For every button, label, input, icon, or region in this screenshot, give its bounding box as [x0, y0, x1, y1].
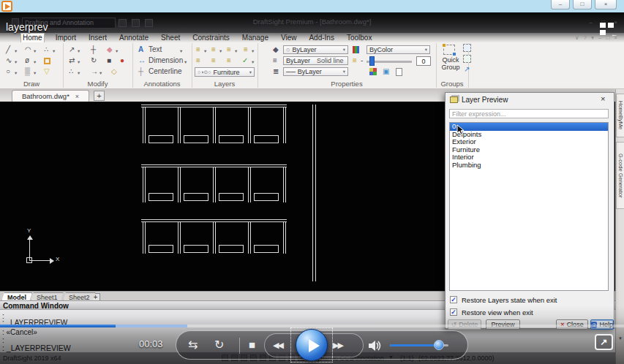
- layer-list-item-plumbing[interactable]: Plumbing: [450, 162, 608, 170]
- document-tab[interactable]: Bathroom.dwg* ×: [12, 90, 89, 102]
- property-painter-icon[interactable]: ◆: [273, 45, 279, 54]
- filter-expression-input[interactable]: [449, 109, 609, 118]
- dimension-dropdown-icon[interactable]: ▾: [184, 59, 187, 65]
- ellipse-tool-icon[interactable]: ø: [25, 56, 29, 65]
- point-tool-icon[interactable]: ∴: [44, 45, 48, 54]
- hatch-tool-icon[interactable]: ▒: [25, 67, 30, 76]
- trim-tool-icon[interactable]: ■: [107, 56, 111, 65]
- layer-tools-dropdown-icon[interactable]: ▾: [252, 48, 254, 54]
- restore-layers-checkbox[interactable]: ✓: [450, 296, 457, 303]
- browser-minimize-button[interactable]: –: [551, 0, 570, 10]
- hatch-dropdown-icon[interactable]: ▾: [34, 70, 36, 76]
- line-tool-icon[interactable]: ╱: [6, 45, 10, 54]
- layer-hide-icon[interactable]: ≡: [211, 56, 216, 65]
- browser-maximize-button[interactable]: □: [573, 0, 592, 10]
- volume-icon[interactable]: [368, 339, 383, 352]
- layer-on-dropdown-icon[interactable]: ▾: [252, 59, 254, 65]
- arc-tool-icon[interactable]: ◠: [25, 45, 31, 54]
- layer-combo[interactable]: ○◑⊙○ Furniture ▾: [195, 67, 255, 77]
- by-color-combo[interactable]: ByColor ▾: [366, 45, 430, 54]
- play-button[interactable]: [296, 329, 328, 361]
- polygon-tool-icon[interactable]: ▽: [44, 67, 50, 76]
- layer-freeze-icon[interactable]: ≡: [227, 45, 231, 54]
- layer-list-item-interior[interactable]: Interior: [450, 153, 608, 162]
- loop-icon[interactable]: ↻: [214, 338, 224, 352]
- layer-lock-icon[interactable]: ≡: [227, 56, 231, 65]
- offset-dropdown-icon[interactable]: ▾: [99, 70, 102, 76]
- array-tool-icon[interactable]: ∴: [69, 67, 73, 76]
- rewind-button[interactable]: ◀◀: [273, 341, 282, 350]
- layer-list-item-0[interactable]: 0: [450, 123, 608, 131]
- side-tab-homebyme[interactable]: HomeByMe: [616, 94, 624, 137]
- dialog-close-icon[interactable]: ×: [601, 94, 605, 103]
- line-weight-combo[interactable]: ── ByLayer ▾: [283, 67, 348, 76]
- group-ungroup-icon[interactable]: [463, 55, 471, 63]
- stretch-dropdown-icon[interactable]: ▾: [78, 48, 80, 54]
- offset-tool-icon[interactable]: →: [91, 67, 98, 76]
- transparency-value-box[interactable]: 0: [416, 56, 431, 66]
- spline-tool-icon[interactable]: ∿: [6, 56, 12, 65]
- group-edit-icon[interactable]: [463, 44, 471, 52]
- dimension-tool-button[interactable]: Dimension: [149, 56, 183, 65]
- ribbon-tab-manage[interactable]: Manage: [241, 34, 270, 42]
- move-dropdown-icon[interactable]: ▾: [78, 59, 80, 65]
- erase-dropdown-icon[interactable]: ▾: [116, 48, 118, 54]
- node-tool-icon[interactable]: ●: [120, 56, 124, 65]
- stop-button[interactable]: ■: [249, 338, 255, 351]
- text-dropdown-icon[interactable]: ▾: [180, 48, 182, 54]
- line-style-combo[interactable]: ByLayer Solid line: [283, 56, 348, 65]
- array-dropdown-icon[interactable]: ▾: [78, 70, 80, 76]
- document-tab-close-icon[interactable]: ×: [75, 93, 79, 100]
- centerline-tool-button[interactable]: Centerline: [149, 67, 182, 76]
- rectangle-tool-icon[interactable]: [44, 58, 50, 64]
- side-strip-arrow-icon[interactable]: ▼: [618, 336, 623, 341]
- chamfer-tool-icon[interactable]: ◇: [111, 67, 117, 76]
- text-tool-button[interactable]: Text: [149, 45, 162, 54]
- arc-dropdown-icon[interactable]: ▾: [34, 48, 36, 54]
- layer-manager-dropdown-icon[interactable]: ▾: [204, 48, 206, 54]
- volume-slider-knob[interactable]: [434, 340, 444, 350]
- group-manager-icon[interactable]: ↗: [464, 65, 470, 74]
- ribbon-tab-constraints[interactable]: Constraints: [191, 34, 231, 42]
- quick-group-button[interactable]: QuickGroup: [436, 56, 465, 71]
- circle-dropdown-icon[interactable]: ▾: [15, 70, 17, 76]
- fullscreen-button[interactable]: ↗: [595, 334, 613, 350]
- restore-view-checkbox[interactable]: ✓: [450, 308, 457, 316]
- ribbon-tab-annotate[interactable]: Annotate: [118, 34, 150, 42]
- ribbon-tab-add-ins[interactable]: Add-Ins: [307, 34, 335, 42]
- layer-manager-icon[interactable]: ≡: [196, 45, 200, 54]
- forward-button[interactable]: ▶▶: [333, 341, 342, 350]
- browser-close-button[interactable]: ×: [595, 0, 617, 10]
- pattern-tool-icon[interactable]: ┼: [91, 45, 96, 54]
- ribbon-tab-home[interactable]: Home: [20, 33, 45, 42]
- popout-grid-icon[interactable]: ←: [600, 23, 617, 37]
- move-tool-icon[interactable]: ⇄: [69, 56, 75, 65]
- layer-freeze-dropdown-icon[interactable]: ▾: [235, 48, 237, 54]
- layer-state-icon[interactable]: ≡: [211, 45, 216, 54]
- layer-isolate-icon[interactable]: ≡: [196, 56, 200, 65]
- line-dropdown-icon[interactable]: ▾: [15, 48, 17, 54]
- layer-tools-icon[interactable]: ≡: [244, 45, 248, 54]
- circle-tool-icon[interactable]: ○: [6, 67, 10, 76]
- command-prompt[interactable]: : _LAYERPREVIEW: [2, 344, 71, 352]
- match-properties-icon[interactable]: ▣: [383, 67, 389, 76]
- layer-on-check-icon[interactable]: ✓: [242, 56, 248, 65]
- ribbon-tab-insert[interactable]: Insert: [87, 34, 108, 42]
- new-document-tab-button[interactable]: +: [94, 91, 105, 101]
- point-dropdown-icon[interactable]: ▾: [53, 48, 55, 54]
- ribbon-tab-import[interactable]: Import: [54, 34, 78, 42]
- ribbon-tab-sheet[interactable]: Sheet: [159, 34, 181, 42]
- erase-tool-icon[interactable]: ◆: [107, 45, 113, 54]
- rotate-tool-icon[interactable]: ↻: [91, 56, 97, 65]
- shuffle-icon[interactable]: ⇆: [188, 338, 198, 352]
- spline-dropdown-icon[interactable]: ▾: [15, 59, 17, 65]
- line-color-combo[interactable]: ○ ByLayer ▾: [283, 45, 348, 54]
- list-properties-icon[interactable]: [396, 68, 402, 76]
- layer-list[interactable]: 0DefpointsExteriorFurnitureInteriorPlumb…: [449, 122, 609, 291]
- ribbon-tab-view[interactable]: View: [279, 34, 298, 42]
- ellipse-dropdown-icon[interactable]: ▾: [34, 59, 36, 65]
- layer-list-item-exterior[interactable]: Exterior: [450, 138, 608, 146]
- side-tab-gcode-generator[interactable]: G-code Generator: [616, 142, 624, 209]
- layer-state-dropdown-icon[interactable]: ▾: [219, 48, 222, 54]
- stretch-tool-icon[interactable]: ↗: [69, 45, 75, 54]
